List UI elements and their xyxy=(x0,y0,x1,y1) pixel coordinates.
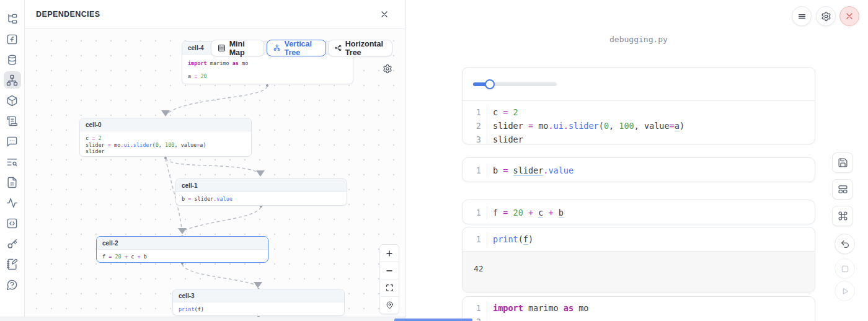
save-icon xyxy=(838,157,848,168)
horizontal-tree-button[interactable]: Horizontal Tree xyxy=(328,40,392,56)
stop-button[interactable] xyxy=(835,258,855,279)
undo-button[interactable] xyxy=(835,234,855,254)
graph-node-title: cell-0 xyxy=(80,118,251,131)
run-button[interactable] xyxy=(835,281,855,301)
graph-code-line: slider = mo.ui.slider(0, 100, value=a) xyxy=(86,142,246,149)
save-button[interactable] xyxy=(832,152,853,173)
dependencies-title: DEPENDENCIES xyxy=(36,10,100,19)
vertical-tree-icon xyxy=(273,43,281,53)
locate-button[interactable] xyxy=(380,296,399,314)
graph-code-line: import marimo as mo xyxy=(188,60,347,67)
command-palette-button[interactable] xyxy=(832,206,853,226)
rail-scripts-icon[interactable] xyxy=(4,112,21,130)
notebook-cell: 1import marimo as mo 2 xyxy=(462,296,815,321)
stop-icon xyxy=(840,264,850,274)
line-number: 1 xyxy=(463,206,487,219)
notebook-settings-button[interactable] xyxy=(816,6,836,26)
zoom-in-button[interactable] xyxy=(380,245,399,262)
mini-map-button[interactable]: Mini Map xyxy=(211,40,264,56)
rail-secrets-icon[interactable] xyxy=(4,235,21,252)
close-icon[interactable] xyxy=(379,9,389,19)
undo-icon xyxy=(840,239,850,249)
rail-logs-search-icon[interactable] xyxy=(4,153,21,170)
line-number: 3 xyxy=(463,133,487,144)
vertical-tree-button[interactable]: Vertical Tree xyxy=(267,40,326,56)
code-line[interactable]: c = 2 xyxy=(487,105,518,119)
dependencies-header: DEPENDENCIES xyxy=(25,0,405,29)
activity-rail xyxy=(0,0,25,321)
dependencies-panel: DEPENDENCIES xyxy=(25,0,406,321)
code-line[interactable]: f = 20 + c + b xyxy=(487,206,564,219)
horizontal-tree-icon xyxy=(335,43,342,53)
notebook-filename: debugging.py xyxy=(462,35,815,44)
bottom-accent-bar xyxy=(394,319,472,321)
cell-output-slider xyxy=(463,68,815,101)
zoom-out-button[interactable] xyxy=(380,262,399,279)
graph-node-cell-3[interactable]: cell-3 print(f) xyxy=(172,289,345,316)
graph-code-line: c = 2 xyxy=(86,135,246,142)
rail-dependency-graph-icon[interactable] xyxy=(4,71,21,89)
line-number: 1 xyxy=(463,301,487,315)
rail-snippets-icon[interactable] xyxy=(4,174,21,191)
graph-code-line: f = 20 + c + b xyxy=(102,253,262,260)
line-number: 1 xyxy=(463,164,487,177)
notebook-cell: 1b = slider.value xyxy=(462,157,815,182)
notebook-cell: 1print(f) 42 xyxy=(462,227,815,292)
rail-code-output-icon[interactable] xyxy=(4,214,21,232)
notebook-cell: 1c = 2 2slider = mo.ui.slider(0, 100, va… xyxy=(462,67,815,144)
notebook-panel: debugging.py 1c = 2 2slider = mo.ui.slid… xyxy=(406,0,868,321)
code-editor[interactable]: 1f = 20 + c + b xyxy=(463,200,815,224)
graph-node-cell-1[interactable]: cell-1 b = slider.value xyxy=(175,178,347,206)
graph-code-line: slider xyxy=(86,148,246,155)
dependency-graph-canvas[interactable]: cell-4 import marimo as mo a = 20 cell-0… xyxy=(25,29,405,317)
rows-icon xyxy=(218,43,226,53)
slider-thumb[interactable] xyxy=(485,79,495,89)
line-number: 1 xyxy=(463,105,487,119)
code-line[interactable]: slider = mo.ui.slider(0, 100, value=a) xyxy=(487,119,684,133)
graph-zoom-controls xyxy=(379,244,399,314)
code-line[interactable]: slider xyxy=(487,133,523,144)
graph-node-title: cell-3 xyxy=(173,289,344,302)
code-line[interactable]: b = slider.value xyxy=(487,164,574,177)
layout-button[interactable] xyxy=(832,179,853,200)
notebook-cell: 1f = 20 + c + b xyxy=(462,200,815,224)
close-icon xyxy=(844,11,854,21)
code-line[interactable]: print(f) xyxy=(487,232,533,246)
graph-node-cell-2[interactable]: cell-2 f = 20 + c + b xyxy=(96,236,268,263)
rail-functions-icon[interactable] xyxy=(4,30,21,48)
rail-packages-icon[interactable] xyxy=(4,92,21,109)
marimo-app: DEPENDENCIES xyxy=(0,0,868,321)
graph-code-line: a = 20 xyxy=(188,73,347,80)
graph-node-title: cell-1 xyxy=(176,179,347,192)
code-editor[interactable]: 1print(f) xyxy=(463,227,815,251)
command-icon xyxy=(838,211,848,221)
rail-help-icon[interactable] xyxy=(4,276,21,293)
graph-settings-gear-icon[interactable] xyxy=(383,64,392,74)
panel-bottom-strip xyxy=(0,317,406,321)
shutdown-button[interactable] xyxy=(839,6,859,26)
code-editor[interactable]: 1c = 2 2slider = mo.ui.slider(0, 100, va… xyxy=(463,101,815,144)
line-number: 1 xyxy=(463,232,487,246)
slider-control[interactable] xyxy=(473,79,557,89)
rail-chat-icon[interactable] xyxy=(4,133,21,150)
graph-node-cell-0[interactable]: cell-0 c = 2 slider = mo.ui.slider(0, 10… xyxy=(79,118,252,157)
gear-icon xyxy=(821,11,831,22)
graph-node-title: cell-2 xyxy=(97,237,268,250)
play-icon xyxy=(840,286,850,296)
cell-console-output: 42 xyxy=(463,251,815,292)
rail-scratchpad-icon[interactable] xyxy=(4,255,21,273)
rail-database-icon[interactable] xyxy=(4,51,21,68)
code-line[interactable]: import marimo as mo xyxy=(487,301,588,315)
layout-icon xyxy=(838,184,848,195)
rail-file-tree-icon[interactable] xyxy=(4,10,21,27)
fit-view-button[interactable] xyxy=(380,279,399,296)
code-editor[interactable]: 1import marimo as mo 2 xyxy=(463,297,815,321)
graph-code-line: b = slider.value xyxy=(182,196,341,203)
graph-code-line: print(f) xyxy=(179,306,339,313)
notebook-menu-button[interactable] xyxy=(792,6,812,26)
menu-icon xyxy=(797,11,807,22)
line-number: 2 xyxy=(463,119,487,133)
rail-tracing-icon[interactable] xyxy=(4,194,21,211)
code-editor[interactable]: 1b = slider.value xyxy=(463,158,815,182)
